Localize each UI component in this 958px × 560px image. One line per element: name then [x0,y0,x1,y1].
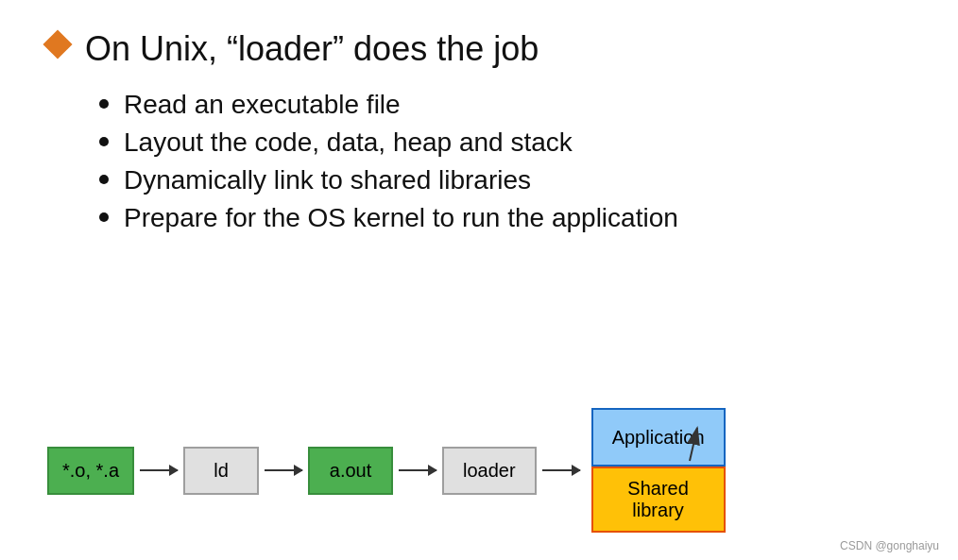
arrow-line-1 [140,469,178,471]
watermark: CSDN @gonghaiyu [840,539,939,552]
bullet-dot [99,175,109,184]
box-loader-label: loader [463,460,516,481]
bullet-text-2: Layout the code, data, heap and stack [124,127,573,158]
box-files-label: *.o, *.a [62,460,119,481]
bullet-dot [99,137,109,146]
diagram: *.o, *.a ld a.out loader Application [47,409,939,532]
diamond-bullet [43,29,72,59]
list-item: Read an executable file [99,90,911,120]
bullet-text-3: Dynamically link to shared libraries [124,165,531,195]
arrow-line-2 [265,469,302,471]
box-application: Application [591,408,726,467]
slide: On Unix, “loader” does the job Read an e… [0,0,958,560]
arrow-line-3 [399,469,436,471]
list-item: Layout the code, data, heap and stack [99,127,911,158]
box-aout: a.out [308,447,393,495]
list-item: Dynamically link to shared libraries [99,165,911,195]
heading-section: On Unix, “loader” does the job [47,28,911,69]
box-shared-library: Sharedlibrary [591,467,726,533]
box-shared-library-label: Sharedlibrary [627,478,689,521]
list-item: Prepare for the OS kernel to run the app… [99,203,911,233]
box-files: *.o, *.a [47,447,134,495]
box-aout-label: a.out [330,460,371,481]
box-ld: ld [183,447,259,495]
stacked-boxes: Application Sharedlibrary [591,408,726,533]
arrow-3 [399,469,436,471]
arrow-line-4 [542,469,580,471]
arrow-1 [140,469,178,471]
heading-text: On Unix, “loader” does the job [85,28,539,69]
arrow-2 [265,469,302,471]
bullet-dot [99,212,109,222]
box-application-label: Application [612,427,705,449]
bullet-text-1: Read an executable file [124,90,401,120]
bullet-list: Read an executable file Layout the code,… [99,90,911,233]
arrow-4 [542,469,580,471]
box-loader: loader [442,447,537,495]
bullet-text-4: Prepare for the OS kernel to run the app… [124,203,678,233]
box-ld-label: ld [214,460,229,481]
bullet-dot [99,99,109,109]
